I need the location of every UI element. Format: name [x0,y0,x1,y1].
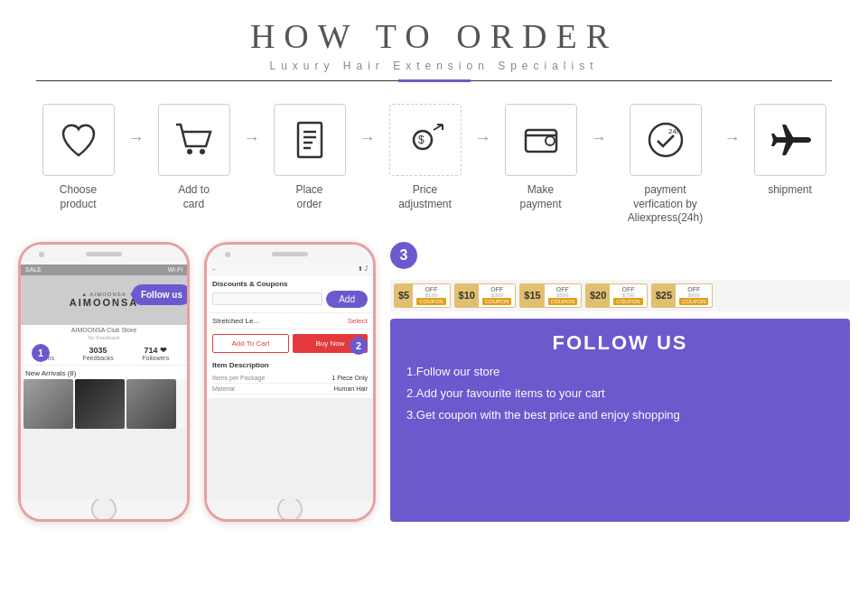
stat-feedbacks: 3035 Feedbacks [82,346,113,361]
coupon-15-button[interactable]: COUPON [548,298,577,305]
phone1-camera [39,252,44,257]
coupon-5-button[interactable]: COUPON [416,298,445,305]
phone2-camera [225,252,230,257]
coupon-20: $20 OFF $799 COUPON [585,283,648,308]
step-price-adjustment: $ Priceadjustment [376,104,475,211]
step-choose-product: Chooseproduct [29,104,128,211]
phone-mockup-2: ← ⬆ ⤴ Discounts & Coupons Add Stretched … [204,242,376,522]
follow-item-3: 3.Get coupon with the best price and enj… [406,407,834,423]
desc-row-2: Material Human Hair [212,384,368,394]
payment-verification-icon-box: 24h [630,104,702,176]
coupon-25-button[interactable]: COUPON [679,298,708,305]
phone2-bottom-bar [207,499,373,519]
coupon-15: $15 OFF $599 COUPON [519,283,582,308]
arrow-6: → [724,104,741,148]
select-link[interactable]: Select [348,317,368,325]
phone1-screen: SALE Wi-Fi ▲ AIMOONSA AIMOONSA Follow us… [21,265,187,499]
place-order-label: Placeorder [295,183,322,211]
add-to-cart-button[interactable]: Add To Cart [212,334,289,353]
coupons-bar: $5 OFF $199 COUPON $10 OFF $399 COUPON [390,280,850,311]
divider-right [471,80,833,81]
page-title: HOW TO ORDER [0,16,868,56]
right-panel: 3 $5 OFF $199 COUPON $10 OFF $399 [390,242,850,522]
stretched-label: Stretched Le... [212,317,259,325]
product-thumb-1 [23,379,73,429]
follow-button[interactable]: Follow us [132,284,187,305]
svg-text:24h: 24h [668,127,680,135]
coupon-field[interactable] [212,292,322,305]
add-to-card-label: Add tocard [178,183,210,211]
phone2-top-bar [207,245,373,265]
product-thumb-3 [126,379,176,429]
follow-us-title: FOLLOW US [406,331,834,355]
svg-text:$: $ [418,134,425,146]
phone1-bottom-bar [21,499,187,519]
item-desc-title: Item Description [212,361,368,369]
step-place-order: Placeorder [260,104,359,211]
header-divider [36,79,832,82]
steps-row: Chooseproduct → Add tocard → Placeorder [0,88,868,235]
shipment-label: shipment [768,183,812,198]
stat-followers: 714 ❤ Followers [142,346,169,361]
bottom-section: SALE Wi-Fi ▲ AIMOONSA AIMOONSA Follow us… [0,242,868,522]
choose-product-label: Chooseproduct [60,183,97,211]
coupon-5: $5 OFF $199 COUPON [394,283,451,308]
svg-rect-12 [526,130,556,152]
phone2-speaker [272,252,308,256]
follow-us-box: FOLLOW US 1.Follow our store 2.Add your … [390,319,850,522]
choose-product-icon-box [42,104,115,176]
item-description-section: Item Description Items per Package 1 Pie… [207,357,373,398]
arrow-4: → [475,104,491,148]
phone1-speaker [86,252,122,256]
follow-list: 1.Follow our store 2.Add your favourite … [406,364,834,424]
follow-item-2: 2.Add your favourite items to your cart [406,385,834,402]
svg-point-1 [200,149,205,154]
discounts-label: Discounts & Coupons [212,280,368,288]
store-feedback: No Feedback [21,335,187,342]
phone2-screen: ← ⬆ ⤴ Discounts & Coupons Add Stretched … [207,265,373,499]
page-subtitle: Luxury Hair Extension Specialist [0,60,868,72]
new-arrivals-label: New Arrivals (8) [21,366,187,379]
payment-verification-label: paymentverfication byAliexpress(24h) [628,183,703,226]
add-coupon-button[interactable]: Add [326,291,368,308]
svg-point-13 [546,136,555,145]
arrow-3: → [359,104,376,148]
step-badge-1: 1 [32,344,50,362]
step-badge-2: 2 [350,337,368,355]
shipment-icon-box [754,104,826,176]
step-add-to-card: Add tocard [145,104,244,211]
add-to-card-icon-box [158,104,230,176]
stretched-row: Stretched Le... Select [207,313,373,329]
price-adjustment-icon-box: $ [389,104,462,176]
store-subtitle: AIMOONSA Club Store [21,325,187,335]
coupon-20-button[interactable]: COUPON [613,298,642,305]
desc-row-1: Items per Package 1 Piece Only [212,373,368,384]
svg-point-0 [187,149,192,154]
arrow-5: → [591,104,607,148]
place-order-icon-box [274,104,346,176]
coupon-input-row: Add [212,291,368,308]
page-header: HOW TO ORDER Luxury Hair Extension Speci… [0,0,868,88]
product-grid [21,379,187,429]
step-shipment: shipment [741,104,840,198]
follow-item-1: 1.Follow our store [406,364,834,380]
make-payment-icon-box [505,104,577,176]
phone1-top-bar [21,245,187,265]
price-adjustment-label: Priceadjustment [398,183,452,211]
action-buttons: Add To Cart Buy Now [207,329,373,357]
discounts-section: Discounts & Coupons Add [207,275,373,313]
coupon-25: $25 OFF $999 COUPON [651,283,714,308]
svg-rect-2 [298,123,322,157]
coupon-10-button[interactable]: COUPON [482,298,511,305]
divider-left [36,80,398,81]
step-payment-verification: 24h paymentverfication byAliexpress(24h) [607,104,724,226]
phone1-store-banner: ▲ AIMOONSA AIMOONSA Follow us [21,275,187,325]
step3-badge: 3 [390,242,417,269]
coupon-10: $10 OFF $399 COUPON [454,283,517,308]
phone2-home-btn[interactable] [277,497,303,522]
step-make-payment: Makepayment [491,104,591,211]
arrow-1: → [128,104,145,148]
phone1-home-btn[interactable] [91,497,117,522]
divider-accent [398,79,471,82]
product-thumb-2 [75,379,125,429]
